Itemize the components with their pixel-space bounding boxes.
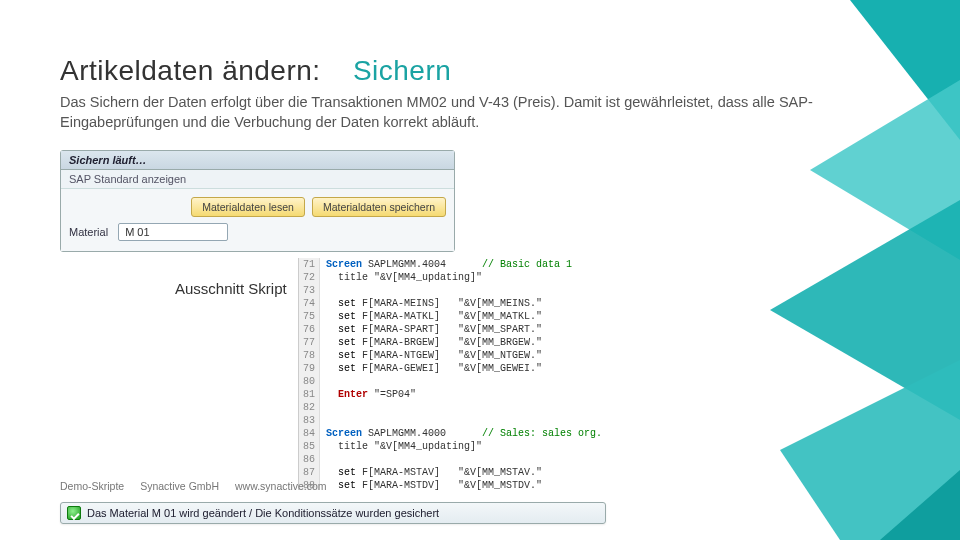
status-text: Das Material M 01 wird geändert / Die Ko… xyxy=(87,507,439,519)
line-number: 77 xyxy=(299,336,320,349)
code-line: title "&V[MM4_updating]" xyxy=(320,440,608,453)
line-number: 76 xyxy=(299,323,320,336)
slide-footer: Demo-Skripte Synactive GmbH www.synactiv… xyxy=(60,480,327,492)
code-line xyxy=(320,284,608,297)
line-number: 84 xyxy=(299,427,320,440)
line-number: 72 xyxy=(299,271,320,284)
slide-description: Das Sichern der Daten erfolgt über die T… xyxy=(60,93,820,132)
title-accent: Sichern xyxy=(353,55,451,86)
line-number: 80 xyxy=(299,375,320,388)
code-line xyxy=(320,414,608,427)
sap-window: Sichern läuft… SAP Standard anzeigen Mat… xyxy=(60,150,455,252)
line-number: 82 xyxy=(299,401,320,414)
svg-marker-4 xyxy=(880,470,960,540)
line-number: 73 xyxy=(299,284,320,297)
code-line xyxy=(320,375,608,388)
read-material-button[interactable]: Materialdaten lesen xyxy=(191,197,305,217)
code-line: Screen SAPLMGMM.4000 // Sales: sales org… xyxy=(320,427,608,440)
status-bar: Das Material M 01 wird geändert / Die Ko… xyxy=(60,502,606,524)
script-excerpt: 71Screen SAPLMGMM.4004 // Basic data 172… xyxy=(298,258,608,490)
line-number: 79 xyxy=(299,362,320,375)
code-line: set F[MARA-BRGEW] "&V[MM_BRGEW." xyxy=(320,336,608,349)
title-main: Artikeldaten ändern: xyxy=(60,55,321,86)
code-line: set F[MARA-MSTDV] "&V[MM_MSTDV." xyxy=(320,479,608,490)
code-line: Enter "=SP04" xyxy=(320,388,608,401)
line-number: 85 xyxy=(299,440,320,453)
svg-marker-3 xyxy=(780,360,960,540)
line-number: 87 xyxy=(299,466,320,479)
line-number: 71 xyxy=(299,258,320,271)
line-number: 86 xyxy=(299,453,320,466)
sap-window-subtitle: SAP Standard anzeigen xyxy=(61,170,454,189)
footer-url: www.synactive.com xyxy=(235,480,327,492)
line-number: 81 xyxy=(299,388,320,401)
material-field-label: Material xyxy=(69,226,108,238)
footer-demo: Demo-Skripte xyxy=(60,480,124,492)
code-line: set F[MARA-SPART] "&V[MM_SPART." xyxy=(320,323,608,336)
success-icon xyxy=(67,506,81,520)
slide-title: Artikeldaten ändern: Sichern xyxy=(60,55,900,87)
material-field-input[interactable]: M 01 xyxy=(118,223,228,241)
line-number: 75 xyxy=(299,310,320,323)
line-number: 78 xyxy=(299,349,320,362)
code-line: set F[MARA-MEINS] "&V[MM_MEINS." xyxy=(320,297,608,310)
code-line: set F[MARA-GEWEI] "&V[MM_GEWEI." xyxy=(320,362,608,375)
code-line: set F[MARA-NTGEW] "&V[MM_NTGEW." xyxy=(320,349,608,362)
line-number: 74 xyxy=(299,297,320,310)
code-line: Screen SAPLMGMM.4004 // Basic data 1 xyxy=(320,258,608,271)
code-line: set F[MARA-MATKL] "&V[MM_MATKL." xyxy=(320,310,608,323)
footer-company: Synactive GmbH xyxy=(140,480,219,492)
script-caption: Ausschnitt Skript xyxy=(175,280,287,297)
code-line xyxy=(320,453,608,466)
line-number: 83 xyxy=(299,414,320,427)
sap-window-title: Sichern läuft… xyxy=(61,151,454,170)
code-line xyxy=(320,401,608,414)
save-material-button[interactable]: Materialdaten speichern xyxy=(312,197,446,217)
code-line: set F[MARA-MSTAV] "&V[MM_MSTAV." xyxy=(320,466,608,479)
code-line: title "&V[MM4_updating]" xyxy=(320,271,608,284)
